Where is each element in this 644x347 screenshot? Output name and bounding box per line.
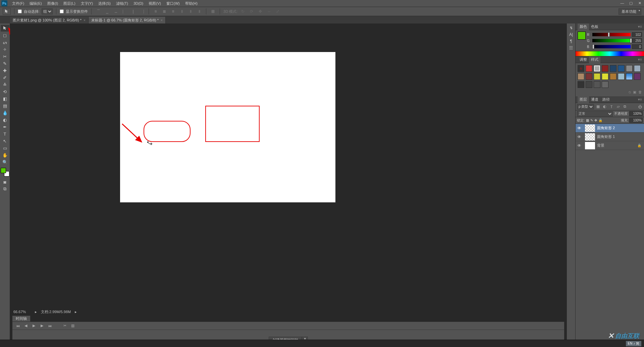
close-tab-icon[interactable]: ×: [84, 18, 86, 22]
b-slider[interactable]: [592, 45, 631, 48]
menu-type[interactable]: 文字(Y): [78, 0, 96, 7]
clone-stamp-tool[interactable]: ≛: [1, 81, 9, 88]
path-selection-tool[interactable]: ↖: [1, 138, 9, 144]
timeline-play-button[interactable]: ▶: [31, 324, 37, 328]
align-bottom-icon[interactable]: ⎽: [112, 8, 119, 15]
filter-pixel-icon[interactable]: ▦: [595, 104, 601, 109]
menu-help[interactable]: 帮助(H): [182, 0, 200, 7]
timeline-last-frame-button[interactable]: ⏭: [47, 324, 53, 328]
style-preset[interactable]: [618, 73, 625, 80]
clear-style-icon[interactable]: ⦸: [629, 90, 631, 94]
paths-tab[interactable]: 路径: [600, 96, 612, 103]
style-preset[interactable]: [602, 73, 608, 80]
window-maximize-button[interactable]: ▢: [627, 0, 635, 6]
align-left-icon[interactable]: ⎸: [121, 8, 128, 15]
gradient-tool[interactable]: ▤: [1, 102, 9, 109]
filter-text-icon[interactable]: T: [609, 104, 614, 109]
blend-mode-dropdown[interactable]: 正常: [577, 111, 613, 116]
current-tool-indicator[interactable]: [3, 8, 11, 15]
styles-tab[interactable]: 样式: [589, 56, 600, 63]
color-tab[interactable]: 颜色: [578, 23, 589, 30]
screen-mode-tool[interactable]: ⧉: [1, 186, 9, 192]
style-preset[interactable]: [626, 65, 633, 72]
style-preset[interactable]: [610, 65, 616, 72]
r-value[interactable]: 102: [632, 32, 642, 37]
rectangle-shape[interactable]: [205, 106, 260, 142]
filter-adjustment-icon[interactable]: ◐: [602, 104, 607, 109]
style-preset[interactable]: [594, 65, 600, 72]
align-vcenter-icon[interactable]: ⎯: [104, 8, 110, 15]
adjustments-tab[interactable]: 调整: [578, 56, 589, 63]
menu-layer[interactable]: 图层(L): [61, 0, 78, 7]
lock-pixels-icon[interactable]: ✎: [590, 118, 593, 122]
filter-shape-icon[interactable]: ▱: [615, 104, 621, 109]
auto-align-icon[interactable]: ⊞: [210, 8, 216, 15]
layer-filter-kind[interactable]: ρ 类型: [577, 104, 594, 109]
visibility-toggle-icon[interactable]: 👁: [576, 143, 583, 148]
align-hcenter-icon[interactable]: |: [130, 8, 137, 15]
layers-tab[interactable]: 图层: [578, 96, 589, 103]
paragraph-panel-icon[interactable]: ¶: [570, 39, 572, 44]
panel-menu-icon[interactable]: ▾≡: [638, 57, 642, 62]
style-preset[interactable]: [618, 65, 625, 72]
quick-mask-tool[interactable]: ◙: [1, 179, 9, 185]
window-minimize-button[interactable]: —: [618, 0, 627, 6]
channels-tab[interactable]: 通道: [589, 96, 600, 103]
layer-name[interactable]: 圆角矩形 1: [597, 134, 644, 139]
lock-all-icon[interactable]: 🔒: [598, 118, 602, 122]
style-preset[interactable]: [586, 73, 592, 80]
document-tab-2[interactable]: 未标题-1 @ 66.7% (圆角矩形 2, RGB/8) *×: [89, 17, 166, 23]
timeline-next-frame-button[interactable]: ▶: [39, 324, 45, 328]
distribute-v2-icon[interactable]: ≣: [161, 8, 168, 15]
opacity-value[interactable]: 100%: [629, 111, 643, 116]
layer-item[interactable]: 👁 圆角矩形 2: [576, 124, 644, 133]
layer-item[interactable]: 👁 背景 🔒: [576, 141, 644, 150]
layer-thumbnail[interactable]: [585, 142, 595, 149]
current-color-swatch[interactable]: [578, 32, 586, 40]
window-close-button[interactable]: ✕: [635, 0, 644, 6]
b-value[interactable]: 0: [632, 44, 642, 49]
close-tab-icon[interactable]: ×: [161, 18, 163, 22]
color-spectrum[interactable]: [576, 51, 644, 56]
document-canvas[interactable]: ↖✥: [120, 52, 335, 202]
3d-slide-icon[interactable]: ↔: [266, 8, 272, 15]
distribute-h3-icon[interactable]: ⫴: [196, 8, 203, 15]
timeline-prev-frame-button[interactable]: ◀: [23, 324, 29, 328]
blur-tool[interactable]: 💧: [1, 109, 9, 116]
style-preset[interactable]: ⦸: [578, 65, 584, 72]
foreground-color-swatch[interactable]: [1, 168, 6, 173]
3d-pan-icon[interactable]: ✥: [257, 8, 264, 15]
delete-style-icon[interactable]: 🗑: [638, 90, 642, 94]
menu-image[interactable]: 图像(I): [45, 0, 61, 7]
brush-tool[interactable]: ✐: [1, 74, 9, 81]
style-preset[interactable]: [578, 73, 584, 80]
auto-select-checkbox[interactable]: [18, 9, 22, 13]
layer-name[interactable]: 背景: [597, 143, 637, 148]
menu-3d[interactable]: 3D(D): [131, 0, 146, 7]
panel-menu-icon[interactable]: ▾≡: [638, 97, 642, 102]
3d-rotate-icon[interactable]: ↻: [239, 8, 246, 15]
menu-filter[interactable]: 滤镜(T): [113, 0, 131, 7]
style-preset[interactable]: [602, 81, 608, 88]
panel-menu-icon[interactable]: ▾≡: [638, 24, 642, 29]
style-preset[interactable]: [586, 81, 592, 88]
layer-thumbnail[interactable]: [585, 133, 595, 141]
timeline-transition-button[interactable]: ▥: [70, 324, 75, 328]
history-brush-tool[interactable]: ⟲: [1, 88, 9, 95]
distribute-v1-icon[interactable]: ≡: [152, 8, 159, 15]
workspace-switcher[interactable]: 基本功能: [619, 8, 641, 15]
history-panel-icon[interactable]: ↯: [570, 26, 573, 30]
swatches-tab[interactable]: 色板: [589, 23, 600, 30]
menu-edit[interactable]: 编辑(E): [27, 0, 45, 7]
hand-tool[interactable]: ✋: [1, 152, 9, 158]
color-swatches[interactable]: [1, 168, 9, 177]
timeline-first-frame-button[interactable]: ⏮: [15, 324, 20, 328]
style-preset[interactable]: [594, 73, 600, 80]
pen-tool[interactable]: ✒: [1, 123, 9, 130]
auto-select-dropdown[interactable]: 组: [42, 8, 53, 14]
timeline-cut-button[interactable]: ✂: [62, 324, 67, 328]
fill-value[interactable]: 100%: [629, 118, 643, 123]
style-preset[interactable]: [626, 73, 633, 80]
visibility-toggle-icon[interactable]: 👁: [576, 135, 583, 139]
show-transform-checkbox[interactable]: [60, 9, 64, 13]
